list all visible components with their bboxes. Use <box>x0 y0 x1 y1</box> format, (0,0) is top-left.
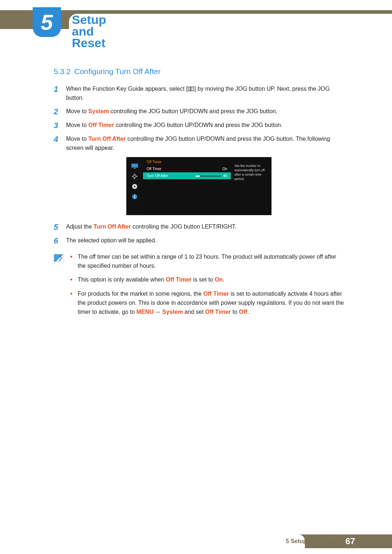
note-text: This option is only available when <box>78 276 166 283</box>
step-3: 3 Move to Off Timer controlling the JOG … <box>54 121 344 130</box>
step-4: 4 Move to Turn Off After controlling the… <box>54 135 344 153</box>
step-number: 1 <box>54 85 66 103</box>
step-text: controlling the JOG button UP/DOWN and p… <box>109 108 277 114</box>
note-text: . <box>223 276 224 283</box>
svg-point-4 <box>134 185 136 187</box>
highlight: Off Timer <box>203 291 229 297</box>
highlight: Off <box>239 309 247 315</box>
osd-slider <box>196 176 221 177</box>
chapter-title: Setup and Reset <box>69 14 392 30</box>
svg-rect-0 <box>131 164 138 168</box>
footer-band-white <box>0 534 305 548</box>
step-text: When the Function Key Guide appears, sel… <box>66 86 188 92</box>
osd-row-label: Turn Off After <box>147 174 168 178</box>
osd-screenshot: Off Timer Off Timer On Turn Off After 4h… <box>54 157 344 215</box>
osd-panel: Off Timer Off Timer On Turn Off After 4h… <box>126 157 271 215</box>
note-text: . <box>247 309 249 315</box>
step-text: Move to <box>66 136 88 142</box>
section-heading: 5.3.2Configuring Turn Off After <box>54 67 344 76</box>
step-text: Adjust the <box>66 223 94 230</box>
step-body: Move to Turn Off After controlling the J… <box>66 135 344 153</box>
osd-row-value: On <box>222 167 227 171</box>
osd-help-panel: Set the monitor to automatically turn of… <box>231 157 271 215</box>
highlight: Off Timer <box>205 309 231 315</box>
step-body: When the Function Key Guide appears, sel… <box>66 85 344 103</box>
step-1: 1 When the Function Key Guide appears, s… <box>54 85 344 103</box>
note-list: The off timer can be set within a range … <box>70 253 344 322</box>
footer: 5 Setup and Reset 67 <box>286 535 359 547</box>
osd-row-offtimer: Off Timer On <box>143 165 231 172</box>
note-block: The off timer can be set within a range … <box>54 253 344 322</box>
step-list: 1 When the Function Key Guide appears, s… <box>54 85 344 153</box>
svg-rect-6 <box>134 196 135 198</box>
menu-icon <box>188 87 194 91</box>
step-text: Move to <box>66 108 88 114</box>
highlight: On <box>215 276 223 283</box>
step-body: Adjust the Turn Off After controlling th… <box>66 222 344 232</box>
step-body: Move to Off Timer controlling the JOG bu… <box>66 121 344 130</box>
step-5: 5 Adjust the Turn Off After controlling … <box>54 222 344 232</box>
arrow-icon: → <box>155 308 161 317</box>
gear-icon <box>131 183 139 190</box>
highlight: Turn Off After <box>94 223 131 230</box>
note-text: to <box>231 309 239 315</box>
osd-header: Off Timer <box>143 157 231 165</box>
step-number: 3 <box>54 121 66 130</box>
osd-row-label: Off Timer <box>147 167 162 171</box>
step-text: controlling the JOG button UP/DOWN and p… <box>114 122 282 128</box>
section-number: 5.3.2 <box>54 67 71 75</box>
monitor-icon <box>131 163 139 169</box>
note-icon <box>54 254 64 262</box>
osd-sidebar <box>126 157 143 215</box>
info-icon <box>131 193 139 200</box>
osd-row-value-wrap: 4h <box>196 174 227 178</box>
step-text: Move to <box>66 122 88 128</box>
highlight: Turn Off After <box>88 136 126 142</box>
move-icon <box>131 173 139 180</box>
step-2: 2 Move to System controlling the JOG but… <box>54 107 344 116</box>
step-list-2: 5 Adjust the Turn Off After controlling … <box>54 222 344 246</box>
highlight: Off Timer <box>166 276 192 283</box>
note-item: This option is only available when Off T… <box>70 275 344 284</box>
highlight: System <box>162 309 183 315</box>
note-item: For products for the market in some regi… <box>70 290 344 316</box>
highlight: Off Timer <box>88 122 114 128</box>
page-content: 5.3.2Configuring Turn Off After 1 When t… <box>54 67 344 322</box>
osd-row-value: 4h <box>223 174 227 178</box>
step-number: 2 <box>54 107 66 116</box>
svg-rect-7 <box>134 195 135 196</box>
step-number: 4 <box>54 135 66 153</box>
step-6: 6 The selected option will be applied. <box>54 236 344 246</box>
section-title: Configuring Turn Off After <box>74 67 161 75</box>
highlight: MENU <box>136 309 154 315</box>
osd-main: Off Timer Off Timer On Turn Off After 4h <box>143 157 231 215</box>
note-item: The off timer can be set within a range … <box>70 253 344 271</box>
footer-page-number: 67 <box>341 535 359 547</box>
note-text: is set to <box>192 276 215 283</box>
footer-label: 5 Setup and Reset <box>286 538 336 545</box>
osd-row-turnoffafter: Turn Off After 4h <box>143 172 231 179</box>
note-text: For products for the market in some regi… <box>78 291 203 297</box>
note-text: and set <box>183 309 205 315</box>
svg-rect-1 <box>134 168 136 169</box>
step-body: Move to System controlling the JOG butto… <box>66 107 344 116</box>
step-text: controlling the JOG button LEFT/RIGHT. <box>131 223 237 230</box>
step-number: 6 <box>54 236 66 246</box>
chapter-number-badge: 5 <box>33 7 61 37</box>
svg-rect-2 <box>134 175 136 177</box>
step-number: 5 <box>54 222 66 232</box>
step-body: The selected option will be applied. <box>66 236 344 246</box>
highlight: System <box>88 108 109 114</box>
